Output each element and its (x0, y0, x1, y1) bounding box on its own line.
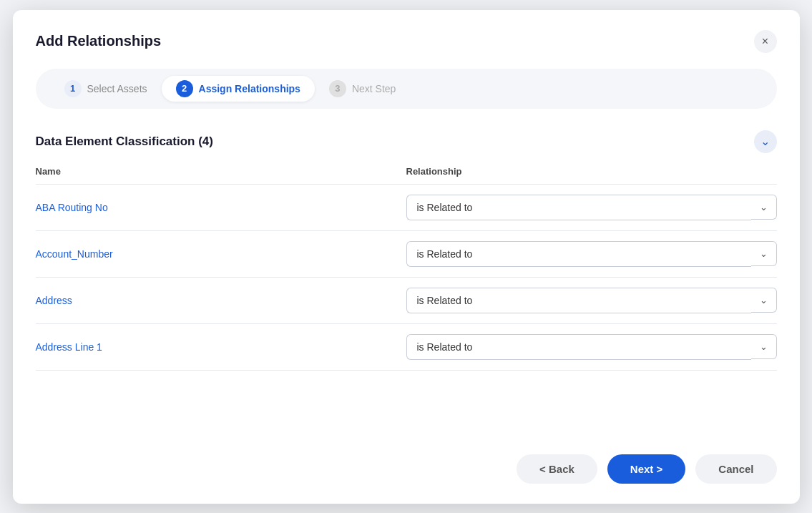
table-row: Address Line 1 is Related to ⌄ (36, 324, 777, 371)
chevron-down-icon: ⌄ (760, 202, 768, 212)
table-row: ABA Routing No is Related to ⌄ (36, 185, 777, 231)
row-relationship-address-line1: is Related to ⌄ (406, 334, 777, 360)
modal: Add Relationships × 1 Select Assets 2 As… (13, 10, 800, 504)
step-next-step[interactable]: 3 Next Step (315, 76, 410, 102)
modal-header: Add Relationships × (36, 30, 777, 53)
table-row: Address is Related to ⌄ (36, 278, 777, 324)
column-header-relationship: Relationship (406, 166, 777, 177)
table-row: Account_Number is Related to ⌄ (36, 231, 777, 278)
close-icon: × (762, 35, 768, 48)
relationship-dropdown-btn-address-line1[interactable]: ⌄ (751, 334, 777, 359)
step-circle-3: 3 (329, 80, 346, 97)
relationship-dropdown-btn-address[interactable]: ⌄ (751, 288, 777, 313)
section-title: Data Element Classification (4) (36, 135, 213, 149)
stepper: 1 Select Assets 2 Assign Relationships 3… (36, 69, 777, 109)
step-label-next-step: Next Step (352, 83, 396, 94)
row-name-address: Address (36, 295, 406, 306)
step-select-assets[interactable]: 1 Select Assets (50, 76, 162, 102)
chevron-down-icon: ⌄ (760, 248, 768, 259)
chevron-down-icon (760, 136, 770, 147)
back-button[interactable]: < Back (517, 454, 597, 484)
step-label-assign-relationships: Assign Relationships (199, 83, 300, 94)
collapse-button[interactable] (754, 130, 777, 153)
cancel-button[interactable]: Cancel (695, 454, 776, 484)
section-header: Data Element Classification (4) (36, 130, 777, 153)
row-name-address-line1: Address Line 1 (36, 341, 406, 353)
row-relationship-address: is Related to ⌄ (406, 288, 777, 313)
step-circle-1: 1 (64, 80, 82, 97)
modal-footer: < Back Next > Cancel (36, 434, 777, 484)
next-button[interactable]: Next > (607, 454, 685, 484)
chevron-down-icon: ⌄ (760, 295, 768, 306)
row-relationship-account: is Related to ⌄ (406, 241, 777, 267)
chevron-down-icon: ⌄ (760, 341, 768, 352)
row-name-aba: ABA Routing No (36, 202, 406, 213)
step-label-select-assets: Select Assets (87, 83, 147, 94)
relationship-dropdown-btn-aba[interactable]: ⌄ (751, 195, 777, 220)
close-button[interactable]: × (754, 30, 777, 53)
modal-title: Add Relationships (36, 33, 162, 49)
step-circle-2: 2 (176, 80, 193, 97)
row-relationship-aba: is Related to ⌄ (406, 195, 777, 220)
table-header: Name Relationship (36, 166, 777, 185)
relationship-select-address-line1[interactable]: is Related to (406, 334, 751, 360)
relationship-select-aba[interactable]: is Related to (406, 195, 751, 220)
data-table: Name Relationship ABA Routing No is Rela… (36, 166, 777, 371)
step-assign-relationships[interactable]: 2 Assign Relationships (162, 76, 315, 102)
relationship-dropdown-btn-account[interactable]: ⌄ (751, 241, 777, 266)
column-header-name: Name (36, 166, 406, 177)
relationship-select-account[interactable]: is Related to (406, 241, 751, 267)
relationship-select-address[interactable]: is Related to (406, 288, 751, 313)
row-name-account: Account_Number (36, 248, 406, 260)
